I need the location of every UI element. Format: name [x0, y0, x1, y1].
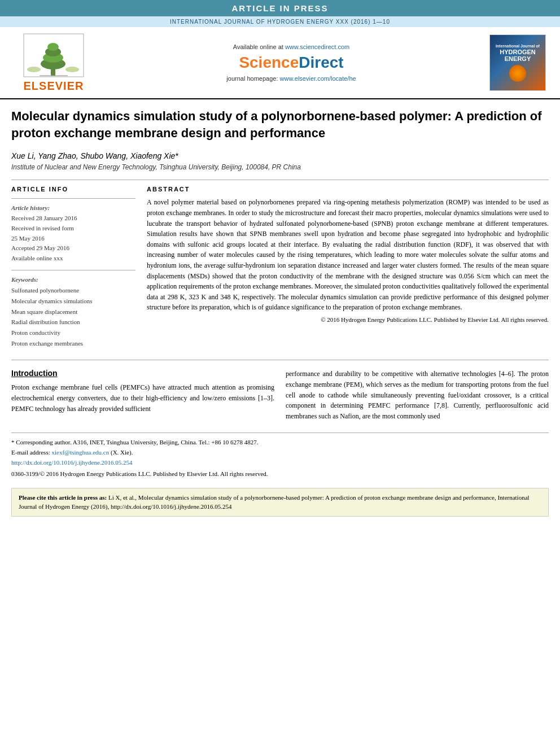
article-info-abstract: ARTICLE INFO Article history: Received 2…: [11, 186, 549, 348]
article-info-col: ARTICLE INFO Article history: Received 2…: [11, 186, 135, 348]
abstract-col: ABSTRACT A novel polymer material based …: [147, 186, 549, 348]
intro-heading: Introduction: [11, 369, 274, 378]
history-item-0: Received 28 January 2016: [11, 213, 135, 224]
keyword-5: Proton exchange membranes: [11, 338, 135, 349]
footnote-author: * Corresponding author. A316, INET, Tsin…: [11, 438, 549, 448]
header-area: ELSEVIER Available online at www.science…: [0, 27, 560, 99]
intro-body-right: performance and durability to be competi…: [286, 369, 549, 421]
journal-cover-circle: [509, 65, 526, 82]
svg-point-7: [65, 67, 79, 72]
journal-homepage: journal homepage: www.elsevier.com/locat…: [226, 75, 356, 82]
available-online-text: Available online at www.sciencedirect.co…: [233, 43, 349, 50]
history-item-4: Available online xxx: [11, 254, 135, 264]
intro-body-left: Proton exchange membrane fuel cells (PEM…: [11, 382, 274, 414]
journal-cover-area: International Journal of HYDROGEN ENERGY: [484, 33, 552, 93]
journal-homepage-url[interactable]: www.elsevier.com/locate/he: [280, 75, 356, 82]
history-label: Article history:: [11, 204, 135, 211]
journal-cover: International Journal of HYDROGEN ENERGY: [489, 34, 546, 91]
abstract-heading: ABSTRACT: [147, 186, 549, 193]
elsevier-wordmark: ELSEVIER: [24, 80, 84, 93]
svg-point-6: [27, 67, 41, 72]
body-section: Introduction Proton exchange membrane fu…: [11, 360, 549, 421]
body-col-left: Introduction Proton exchange membrane fu…: [11, 369, 274, 421]
sciencedirect-url[interactable]: www.sciencedirect.com: [285, 43, 349, 50]
keyword-0: Sulfonated polynorbornene: [11, 285, 135, 296]
history-item-1: Received in revised form: [11, 224, 135, 234]
abstract-text: A novel polymer material based on polyno…: [147, 197, 549, 313]
authors: Xue Li, Yang Zhao, Shubo Wang, Xiaofeng …: [11, 151, 549, 160]
divider-keywords: [11, 270, 135, 270]
divider-info: [11, 198, 135, 199]
footnote-area: * Corresponding author. A316, INET, Tsin…: [11, 433, 549, 479]
article-in-press-banner: ARTICLE IN PRESS: [0, 0, 560, 16]
header-center: Available online at www.sciencedirect.co…: [104, 33, 478, 93]
issn-line: 0360-3199/© 2016 Hydrogen Energy Publica…: [11, 469, 549, 479]
history-item-2: 25 May 2016: [11, 234, 135, 244]
footnote-doi: http://dx.doi.org/10.1016/j.ijhydene.201…: [11, 458, 549, 468]
keyword-4: Proton conductivity: [11, 327, 135, 338]
footnote-email-link[interactable]: xiexf@tsinghua.edu.cn: [51, 449, 109, 456]
main-content: Molecular dynamics simulation study of a…: [0, 99, 560, 525]
doi-link[interactable]: http://dx.doi.org/10.1016/j.ijhydene.201…: [11, 459, 133, 466]
elsevier-logo-area: ELSEVIER: [8, 33, 99, 93]
citation-box: Please cite this article in press as: Li…: [11, 488, 549, 517]
footnote-email-line: E-mail address: xiexf@tsinghua.edu.cn (X…: [11, 448, 549, 458]
affiliation: Institute of Nuclear and New Energy Tech…: [11, 163, 549, 171]
copyright-line: © 2016 Hydrogen Energy Publications LLC.…: [147, 316, 549, 323]
article-info-heading: ARTICLE INFO: [11, 186, 135, 193]
elsevier-tree-icon: [23, 33, 85, 78]
history-item-3: Accepted 29 May 2016: [11, 243, 135, 254]
journal-cover-line1: International Journal of: [496, 43, 540, 49]
body-col-right: performance and durability to be competi…: [286, 369, 549, 421]
divider-1: [11, 180, 549, 180]
keyword-2: Mean square displacement: [11, 307, 135, 317]
journal-cover-line2: HYDROGEN: [500, 49, 536, 55]
journal-header-bar: INTERNATIONAL JOURNAL OF HYDROGEN ENERGY…: [0, 16, 560, 27]
sciencedirect-logo: ScienceDirect: [239, 54, 343, 72]
svg-point-4: [47, 43, 59, 51]
journal-cover-line3: ENERGY: [505, 55, 531, 62]
citation-label: Please cite this article in press as:: [19, 494, 107, 501]
keywords-label: Keywords:: [11, 276, 135, 283]
body-two-col: Introduction Proton exchange membrane fu…: [11, 369, 549, 421]
article-title: Molecular dynamics simulation study of a…: [11, 108, 549, 141]
keyword-3: Radial distribution function: [11, 317, 135, 327]
keyword-1: Molecular dynamics simulations: [11, 296, 135, 307]
